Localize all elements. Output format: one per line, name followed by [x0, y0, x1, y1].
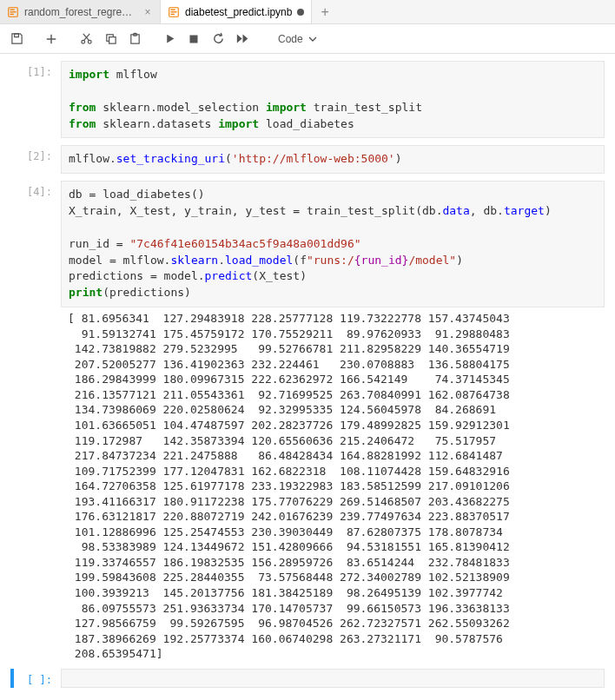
- cut-button[interactable]: [75, 28, 97, 50]
- code-cell[interactable]: [ ]:: [10, 669, 605, 688]
- svg-rect-12: [109, 37, 116, 44]
- svg-rect-6: [171, 11, 177, 12]
- add-tab-button[interactable]: +: [312, 4, 337, 20]
- cell-prompt: [2]:: [10, 145, 61, 174]
- svg-rect-2: [10, 11, 17, 12]
- save-button[interactable]: [5, 28, 28, 50]
- close-icon[interactable]: ×: [142, 6, 153, 18]
- tab-bar: random_forest_regressor_s × diabetest_pr…: [0, 0, 615, 24]
- svg-rect-8: [14, 34, 18, 37]
- svg-rect-7: [171, 13, 175, 14]
- code-cell[interactable]: [2]: mlflow.set_tracking_uri('http://mlf…: [10, 145, 605, 174]
- active-cell-indicator: [10, 669, 14, 688]
- code-input[interactable]: mlflow.set_tracking_uri('http://mlflow-w…: [61, 145, 605, 174]
- stop-button[interactable]: [182, 28, 205, 50]
- notebook-icon: [7, 6, 19, 18]
- celltype-label: Code: [278, 33, 303, 45]
- chevron-down-icon: [308, 35, 317, 43]
- svg-rect-15: [190, 35, 198, 43]
- paste-button[interactable]: [123, 28, 146, 50]
- copy-button[interactable]: [99, 28, 122, 50]
- run-button[interactable]: [158, 28, 181, 50]
- cell-output: [ 81.6956341 127.29483918 228.25777128 1…: [61, 307, 605, 662]
- svg-rect-3: [10, 13, 14, 14]
- svg-point-10: [88, 40, 91, 43]
- code-input[interactable]: db = load_diabetes() X_train, X_test, y_…: [61, 181, 605, 307]
- svg-rect-1: [10, 9, 15, 10]
- cell-prompt: [1]:: [10, 61, 61, 138]
- code-input[interactable]: [61, 669, 605, 688]
- tab-file-1[interactable]: random_forest_regressor_s ×: [0, 0, 161, 23]
- tab-label: diabetest_predict.ipynb: [185, 6, 292, 18]
- code-input[interactable]: import mlflow from sklearn.model_selecti…: [61, 61, 605, 138]
- cell-prompt: [ ]:: [10, 669, 61, 688]
- svg-point-9: [81, 40, 84, 43]
- add-cell-button[interactable]: [40, 28, 63, 50]
- toolbar: Code: [0, 24, 615, 54]
- notebook-icon: [168, 6, 180, 18]
- dirty-indicator-icon: [297, 9, 304, 16]
- tab-file-2[interactable]: diabetest_predict.ipynb: [161, 0, 312, 23]
- svg-rect-5: [171, 9, 175, 10]
- code-cell[interactable]: [1]: import mlflow from sklearn.model_se…: [10, 61, 605, 138]
- code-cell[interactable]: [4]: db = load_diabetes() X_train, X_tes…: [10, 181, 605, 661]
- notebook-area[interactable]: [1]: import mlflow from sklearn.model_se…: [0, 54, 615, 700]
- cell-prompt: [4]:: [10, 181, 61, 661]
- restart-button[interactable]: [207, 28, 229, 50]
- tab-label: random_forest_regressor_s: [24, 6, 137, 18]
- celltype-dropdown[interactable]: Code: [271, 31, 324, 47]
- fast-forward-button[interactable]: [231, 28, 254, 50]
